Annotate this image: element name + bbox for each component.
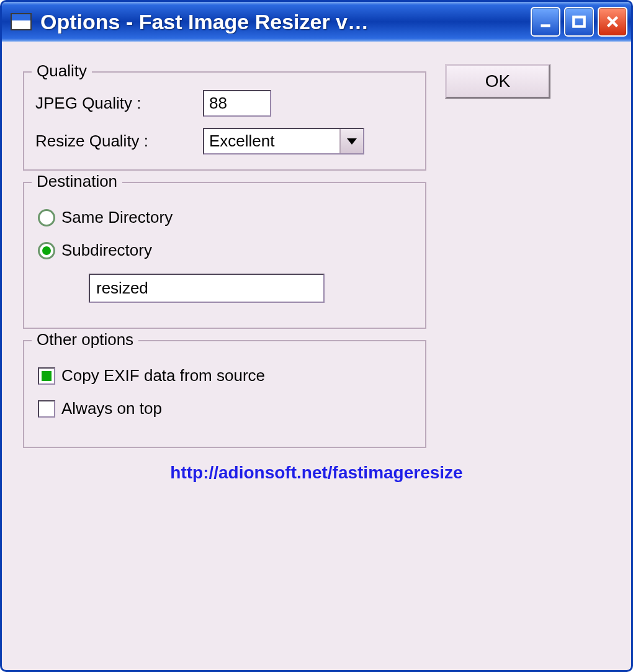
radio-checked-icon bbox=[38, 242, 55, 259]
maximize-icon bbox=[571, 14, 587, 30]
app-icon bbox=[11, 13, 32, 30]
quality-group: Quality JPEG Quality : Resize Quality : … bbox=[23, 71, 426, 171]
client-area: Quality JPEG Quality : Resize Quality : … bbox=[2, 42, 631, 670]
other-options-legend: Other options bbox=[32, 330, 138, 349]
copy-exif-checkbox[interactable]: Copy EXIF data from source bbox=[38, 366, 414, 385]
maximize-button[interactable] bbox=[564, 7, 594, 37]
destination-group: Destination Same Directory Subdirectory bbox=[23, 182, 426, 329]
ok-button[interactable]: OK bbox=[445, 64, 550, 99]
quality-legend: Quality bbox=[32, 61, 92, 81]
footer-link[interactable]: http://adionsoft.net/fastimageresize bbox=[23, 463, 610, 483]
titlebar: Options - Fast Image Resizer v… bbox=[2, 2, 631, 42]
other-options-group: Other options Copy EXIF data from source… bbox=[23, 340, 426, 448]
resize-quality-value: Excellent bbox=[204, 129, 339, 153]
resize-quality-select[interactable]: Excellent bbox=[203, 128, 364, 155]
chevron-down-icon[interactable] bbox=[339, 129, 363, 153]
same-directory-radio[interactable]: Same Directory bbox=[38, 208, 414, 227]
always-on-top-label: Always on top bbox=[61, 399, 162, 418]
always-on-top-checkbox[interactable]: Always on top bbox=[38, 399, 414, 418]
minimize-icon bbox=[537, 14, 554, 30]
checkbox-checked-icon bbox=[38, 367, 55, 385]
radio-icon bbox=[38, 209, 55, 226]
same-directory-label: Same Directory bbox=[61, 208, 173, 227]
destination-legend: Destination bbox=[32, 172, 122, 191]
subdirectory-input[interactable] bbox=[89, 274, 325, 303]
close-button[interactable] bbox=[598, 7, 627, 37]
svg-rect-1 bbox=[573, 17, 584, 26]
close-icon bbox=[604, 14, 621, 30]
jpeg-quality-input[interactable] bbox=[203, 90, 271, 117]
checkbox-icon bbox=[38, 400, 55, 418]
copy-exif-label: Copy EXIF data from source bbox=[61, 366, 265, 385]
subdirectory-radio[interactable]: Subdirectory bbox=[38, 241, 414, 260]
subdirectory-label: Subdirectory bbox=[61, 241, 152, 260]
window-title: Options - Fast Image Resizer v… bbox=[40, 10, 531, 34]
options-window: Options - Fast Image Resizer v… Quality … bbox=[0, 0, 633, 672]
minimize-button[interactable] bbox=[531, 7, 560, 37]
resize-quality-label: Resize Quality : bbox=[35, 132, 203, 151]
jpeg-quality-label: JPEG Quality : bbox=[35, 94, 203, 113]
